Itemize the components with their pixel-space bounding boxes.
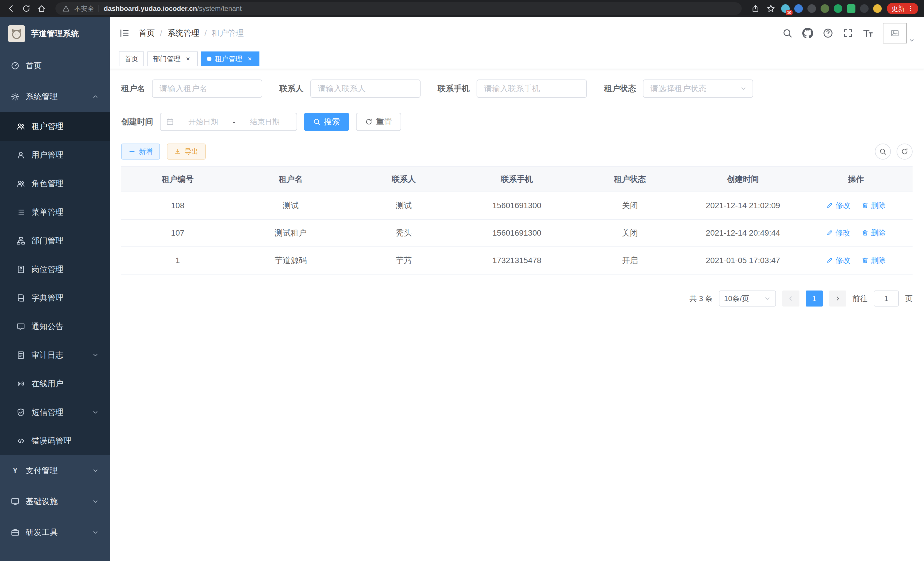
filter-label: 创建时间 (121, 116, 153, 127)
fullscreen-icon[interactable] (843, 28, 853, 38)
chevron-down-icon (764, 295, 771, 302)
monitor-icon (11, 497, 20, 506)
sidebar-item-devtools[interactable]: 研发工具 (0, 517, 110, 548)
sidebar-item-user[interactable]: 用户管理 (0, 141, 110, 169)
add-button[interactable]: 新增 (121, 144, 160, 159)
sidebar-item-home[interactable]: 首页 (0, 50, 110, 81)
extension-icon[interactable] (807, 4, 816, 13)
next-page-button[interactable] (829, 290, 846, 307)
tag-tenant[interactable]: 租户管理 (201, 51, 260, 66)
user-avatar-menu[interactable] (883, 23, 915, 44)
delete-link[interactable]: 删除 (862, 255, 886, 265)
github-icon[interactable] (802, 28, 813, 39)
sidebar-item-notice[interactable]: 通知公告 (0, 312, 110, 341)
date-range-picker[interactable]: 开始日期 - 结束日期 (160, 113, 297, 131)
sidebar-item-label: 支付管理 (26, 465, 58, 476)
close-icon[interactable] (184, 55, 192, 63)
sidebar-item-label: 系统管理 (26, 91, 58, 102)
page-number-1[interactable]: 1 (806, 290, 823, 307)
pencil-icon (826, 257, 833, 264)
sidebar-item-post[interactable]: 岗位管理 (0, 255, 110, 284)
delete-link-label: 删除 (871, 255, 886, 265)
browser-update-button[interactable]: 更新 (887, 3, 918, 14)
browser-reload-button[interactable] (21, 3, 32, 14)
cell-status: 关闭 (573, 192, 687, 219)
extension-icon[interactable]: 10 (781, 4, 790, 13)
share-button[interactable] (750, 3, 760, 14)
sidebar-item-menu[interactable]: 菜单管理 (0, 198, 110, 226)
tag-home[interactable]: 首页 (119, 51, 144, 66)
cell-phone: 17321315478 (460, 247, 573, 274)
export-button[interactable]: 导出 (167, 144, 206, 159)
cell-contact: 秃头 (347, 219, 460, 247)
header-search-button[interactable] (782, 28, 793, 38)
delete-link[interactable]: 删除 (862, 200, 886, 211)
avatar[interactable] (883, 23, 907, 44)
gear-icon (11, 92, 20, 101)
column-header: 联系手机 (460, 167, 573, 192)
sidebar-item-system[interactable]: 系统管理 (0, 81, 110, 112)
extension-icon[interactable] (820, 4, 829, 13)
contact-input[interactable] (310, 80, 421, 98)
filter-contact: 联系人 (279, 80, 421, 98)
reset-button[interactable]: 重置 (356, 113, 401, 131)
url-path: /system/tenant (197, 5, 242, 12)
edit-link[interactable]: 修改 (826, 255, 850, 265)
goto-page-input[interactable] (874, 290, 899, 307)
breadcrumb-separator (160, 29, 162, 38)
cell-tenant-name: 芋道源码 (234, 247, 347, 274)
sidebar-item-sms[interactable]: 短信管理 (0, 398, 110, 427)
sidebar-item-dict[interactable]: 字典管理 (0, 284, 110, 312)
extension-icon[interactable] (794, 4, 803, 13)
bookmark-star-button[interactable] (766, 3, 776, 14)
sidebar: 芋道管理系统 首页 系统管理 租户管理 用户管理 (0, 17, 110, 561)
search-button[interactable]: 搜索 (304, 113, 349, 131)
breadcrumb-home[interactable]: 首页 (139, 28, 155, 39)
browser-home-button[interactable] (37, 3, 47, 14)
breadcrumb-current: 租户管理 (212, 28, 244, 39)
sidebar-item-error-code[interactable]: 错误码管理 (0, 427, 110, 455)
edit-link[interactable]: 修改 (826, 228, 850, 238)
sidebar-item-online-user[interactable]: 在线用户 (0, 369, 110, 398)
address-bar[interactable]: 不安全 dashboard.yudao.iocoder.cn/system/te… (56, 2, 742, 15)
edit-link-label: 修改 (836, 228, 850, 238)
font-size-icon[interactable] (863, 28, 873, 38)
close-icon[interactable] (246, 55, 254, 63)
breadcrumb-system[interactable]: 系统管理 (167, 28, 200, 39)
extension-icon[interactable] (873, 4, 882, 13)
sidebar-logo[interactable]: 芋道管理系统 (0, 17, 110, 50)
extensions-row: 10 (781, 4, 882, 13)
sidebar-item-dept[interactable]: 部门管理 (0, 226, 110, 255)
sidebar-fold-button[interactable] (119, 28, 130, 39)
sidebar-item-label: 在线用户 (32, 378, 63, 389)
sidebar-item-label: 部门管理 (32, 235, 63, 246)
page-size-select[interactable]: 10条/页 (719, 290, 776, 307)
sidebar-item-label: 短信管理 (32, 407, 63, 418)
toolbar-right (875, 144, 913, 159)
refresh-table-button[interactable] (897, 144, 913, 159)
tags-view-bar: 首页 部门管理 租户管理 (110, 49, 924, 69)
extension-icon[interactable] (860, 4, 868, 13)
extension-icon[interactable] (834, 4, 842, 13)
delete-link[interactable]: 删除 (862, 228, 886, 238)
sidebar-item-role[interactable]: 角色管理 (0, 169, 110, 198)
filter-status: 租户状态 请选择租户状态 (604, 80, 753, 98)
sidebar-item-payment[interactable]: 支付管理 (0, 455, 110, 486)
navbar-actions (782, 23, 915, 44)
sidebar-item-audit-log[interactable]: 审计日志 (0, 341, 110, 369)
sidebar-item-infra[interactable]: 基础设施 (0, 486, 110, 517)
sidebar-item-tenant[interactable]: 租户管理 (0, 112, 110, 141)
browser-menu-icon[interactable] (907, 5, 914, 12)
edit-link[interactable]: 修改 (826, 200, 850, 211)
help-icon[interactable] (823, 28, 833, 38)
phone-input[interactable] (477, 80, 587, 98)
chevron-down-icon (740, 85, 747, 92)
toggle-search-button[interactable] (875, 144, 891, 159)
browser-back-button[interactable] (6, 3, 16, 14)
status-select[interactable]: 请选择租户状态 (643, 80, 753, 98)
date-separator: - (233, 117, 236, 126)
tag-dept[interactable]: 部门管理 (147, 51, 198, 66)
extension-icon[interactable] (847, 4, 855, 13)
tenant-name-input[interactable] (152, 80, 262, 98)
prev-page-button[interactable] (782, 290, 800, 307)
